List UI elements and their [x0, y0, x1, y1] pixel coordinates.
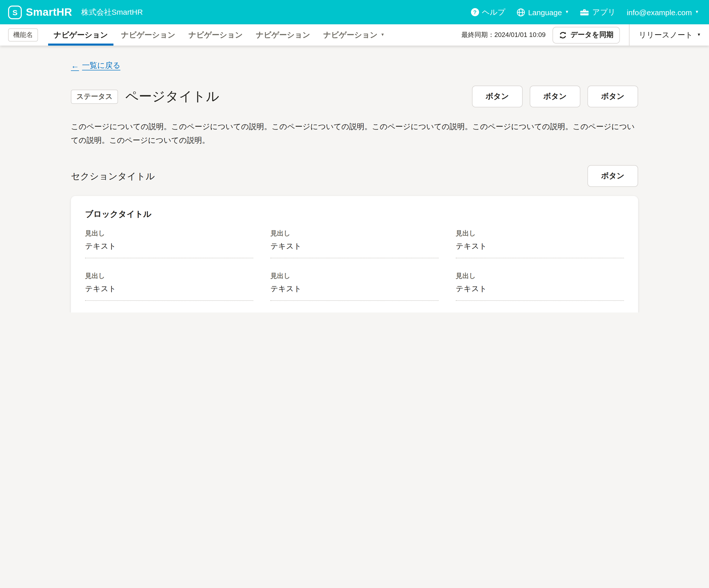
page-description: このページについての説明。このページについての説明。このページについての説明。こ…: [71, 119, 638, 147]
field: 見出し テキスト: [456, 271, 624, 301]
smarthr-logo[interactable]: S SmartHR: [8, 5, 72, 19]
sync-data-button[interactable]: データを同期: [553, 27, 620, 43]
field-label: 見出し: [456, 271, 624, 280]
apps-label: アプリ: [592, 7, 615, 17]
field-value: テキスト: [270, 242, 439, 258]
field-value: テキスト: [85, 284, 253, 301]
feature-name-badge: 機能名: [8, 28, 38, 42]
toolbox-icon: [580, 8, 589, 17]
field: 見出し テキスト: [85, 271, 253, 301]
section1-header: セクションタイトル ボタン: [71, 165, 638, 187]
help-icon: ?: [471, 8, 479, 16]
field-label: 見出し: [456, 229, 624, 238]
app-navigation: 機能名 ナビゲーション ナビゲーション ナビゲーション ナビゲーション ナビゲー…: [0, 24, 709, 46]
help-menu[interactable]: ? ヘルプ: [471, 7, 505, 17]
page-action-button-1[interactable]: ボタン: [472, 86, 523, 107]
section1-button[interactable]: ボタン: [587, 165, 638, 187]
field: 見出し テキスト: [456, 229, 624, 258]
help-label: ヘルプ: [482, 7, 505, 17]
chevron-down-icon: ▼: [380, 33, 385, 37]
field-value: テキスト: [270, 284, 439, 301]
block1-fields: 見出し テキスト 見出し テキスト 見出し テキスト 見出し テキスト 見出し: [85, 229, 624, 301]
back-to-list-link[interactable]: ← 一覧に戻る: [71, 61, 120, 71]
section1-title: セクションタイトル: [71, 170, 155, 182]
field-value: テキスト: [456, 284, 624, 301]
account-email: info@example.com: [627, 8, 692, 17]
nav-tab-2[interactable]: ナビゲーション: [114, 24, 182, 46]
nav-tab-4[interactable]: ナビゲーション: [250, 24, 317, 46]
apps-menu[interactable]: アプリ: [580, 7, 615, 17]
globe-icon: [516, 8, 525, 17]
smarthr-logo-icon: S: [8, 5, 22, 19]
field-label: 見出し: [85, 271, 253, 280]
last-sync-timestamp: 最終同期：2024/01/01 10:09: [461, 30, 546, 39]
info-card: ブロックタイトル 見出し テキスト 見出し テキスト 見出し テキスト 見出し …: [71, 196, 638, 313]
chevron-down-icon: ▼: [697, 33, 701, 37]
field-label: 見出し: [270, 271, 439, 280]
back-arrow-icon: ←: [71, 61, 79, 70]
nav-tab-1[interactable]: ナビゲーション: [47, 24, 114, 46]
language-menu[interactable]: Language ▼: [516, 8, 569, 17]
field-value: テキスト: [456, 242, 624, 258]
chevron-down-icon: ▼: [695, 10, 699, 14]
page-action-button-3[interactable]: ボタン: [587, 86, 638, 107]
field: 見出し テキスト: [85, 229, 253, 258]
release-notes-menu[interactable]: リリースノート ▼: [629, 24, 701, 46]
language-label: Language: [528, 8, 562, 17]
account-menu[interactable]: info@example.com ▼: [627, 8, 699, 17]
company-name: 株式会社SmartHR: [81, 7, 143, 17]
main-content: ← 一覧に戻る ステータス ページタイトル ボタン ボタン ボタン このページに…: [71, 46, 638, 313]
nav-tabs: ナビゲーション ナビゲーション ナビゲーション ナビゲーション ナビゲーション▼: [47, 24, 391, 46]
field: 見出し テキスト: [270, 271, 439, 301]
field-label: 見出し: [270, 229, 439, 238]
nav-tab-3[interactable]: ナビゲーション: [182, 24, 249, 46]
field-value: テキスト: [85, 242, 253, 258]
nav-tab-5[interactable]: ナビゲーション▼: [317, 24, 391, 46]
page-title: ページタイトル: [125, 88, 219, 105]
page-action-button-2[interactable]: ボタン: [530, 86, 580, 107]
refresh-icon: [559, 31, 567, 39]
page-header: ステータス ページタイトル ボタン ボタン ボタン: [71, 86, 638, 107]
app-header: S SmartHR 株式会社SmartHR ? ヘルプ Language ▼ ア…: [0, 0, 709, 24]
field: 見出し テキスト: [270, 229, 439, 258]
brand-name: SmartHR: [26, 6, 72, 18]
page-root: S SmartHR 株式会社SmartHR ? ヘルプ Language ▼ ア…: [0, 0, 709, 313]
field-label: 見出し: [85, 229, 253, 238]
chevron-down-icon: ▼: [565, 10, 569, 14]
block1-title: ブロックタイトル: [85, 209, 624, 220]
status-badge: ステータス: [71, 89, 118, 104]
